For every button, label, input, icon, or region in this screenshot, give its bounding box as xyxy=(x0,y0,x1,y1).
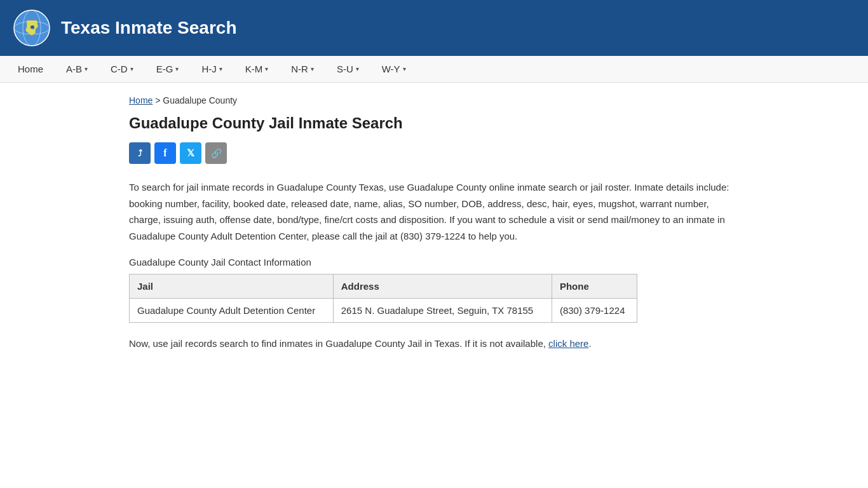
site-logo-icon: + xyxy=(13,9,51,47)
share-button[interactable]: ⤴ xyxy=(129,142,151,164)
cell-jail-address: 2615 N. Guadalupe Street, Seguin, TX 781… xyxy=(333,299,552,323)
copy-link-button[interactable]: 🔗 xyxy=(205,142,227,164)
breadcrumb-home-link[interactable]: Home xyxy=(129,95,153,105)
twitter-button[interactable]: 𝕏 xyxy=(180,142,201,164)
table-row: Guadalupe County Adult Detention Center2… xyxy=(130,299,637,323)
nav-item-n-r[interactable]: N-R▾ xyxy=(280,56,325,82)
facebook-button[interactable]: f xyxy=(154,142,176,164)
social-share-bar: ⤴ f 𝕏 🔗 xyxy=(129,142,739,164)
contact-info-heading: Guadalupe County Jail Contact Informatio… xyxy=(129,257,739,268)
main-content: Home > Guadalupe County Guadalupe County… xyxy=(116,83,752,365)
breadcrumb: Home > Guadalupe County xyxy=(129,95,739,105)
nav-item-h-j[interactable]: H-J▾ xyxy=(190,56,233,82)
jail-contact-table: Jail Address Phone Guadalupe County Adul… xyxy=(129,274,637,323)
cell-jail-name: Guadalupe County Adult Detention Center xyxy=(130,299,334,323)
col-header-phone: Phone xyxy=(552,274,637,299)
nav-item-a-b[interactable]: A-B▾ xyxy=(55,56,99,82)
nav-item-home[interactable]: Home xyxy=(6,56,55,82)
click-here-link[interactable]: click here xyxy=(548,338,588,349)
dropdown-arrow-icon: ▾ xyxy=(175,65,179,72)
breadcrumb-current: Guadalupe County xyxy=(163,95,237,105)
table-header-row: Jail Address Phone xyxy=(130,274,637,299)
main-nav: HomeA-B▾C-D▾E-G▾H-J▾K-M▾N-R▾S-U▾W-Y▾ xyxy=(0,56,868,83)
dropdown-arrow-icon: ▾ xyxy=(85,65,88,72)
dropdown-arrow-icon: ▾ xyxy=(311,65,314,72)
bottom-text-after: . xyxy=(588,338,591,349)
nav-item-w-y[interactable]: W-Y▾ xyxy=(370,56,417,82)
nav-item-s-u[interactable]: S-U▾ xyxy=(325,56,370,82)
bottom-text: Now, use jail records search to find inm… xyxy=(129,336,739,352)
page-title: Guadalupe County Jail Inmate Search xyxy=(129,114,739,132)
share-icon: ⤴ xyxy=(138,148,142,158)
breadcrumb-separator: > xyxy=(155,95,163,105)
bottom-text-before: Now, use jail records search to find inm… xyxy=(129,338,548,349)
col-header-jail: Jail xyxy=(130,274,334,299)
site-header: + Texas Inmate Search xyxy=(0,0,868,56)
dropdown-arrow-icon: ▾ xyxy=(403,65,406,72)
twitter-icon: 𝕏 xyxy=(187,147,194,159)
nav-item-e-g[interactable]: E-G▾ xyxy=(145,56,191,82)
dropdown-arrow-icon: ▾ xyxy=(356,65,359,72)
cell-jail-phone: (830) 379-1224 xyxy=(552,299,637,323)
col-header-address: Address xyxy=(333,274,552,299)
dropdown-arrow-icon: ▾ xyxy=(219,65,222,72)
nav-item-c-d[interactable]: C-D▾ xyxy=(99,56,145,82)
dropdown-arrow-icon: ▾ xyxy=(265,65,268,72)
site-title: Texas Inmate Search xyxy=(61,18,237,38)
facebook-icon: f xyxy=(163,147,166,159)
link-icon: 🔗 xyxy=(211,148,222,158)
description-text: To search for jail inmate records in Gua… xyxy=(129,179,739,244)
dropdown-arrow-icon: ▾ xyxy=(130,65,133,72)
nav-item-k-m[interactable]: K-M▾ xyxy=(234,56,280,82)
